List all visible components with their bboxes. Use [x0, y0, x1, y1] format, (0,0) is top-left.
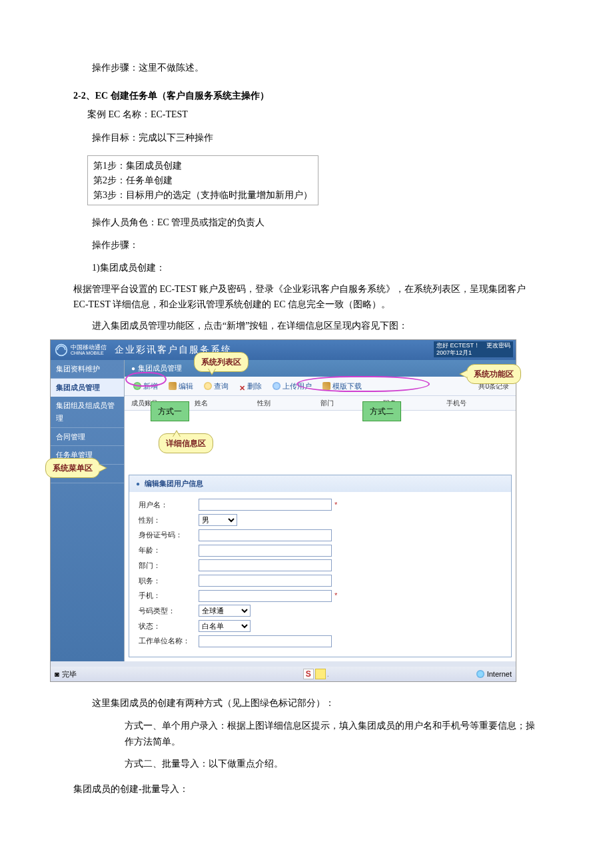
company-field[interactable] — [199, 635, 332, 647]
sogou-q-icon — [315, 669, 326, 679]
edit-button[interactable]: 编辑 — [167, 379, 195, 393]
target-line: 操作目标：完成以下三种操作 — [73, 130, 540, 146]
text-line: 操作步骤：这里不做陈述。 — [73, 60, 540, 76]
logo: 中国移动通信 CHINA MOBILE — [51, 343, 111, 357]
step-2: 第2步：任务单创建 — [93, 173, 312, 188]
search-icon — [204, 382, 212, 390]
required-mark: * — [334, 589, 337, 602]
ops-label: 操作步骤： — [73, 237, 540, 253]
search-button[interactable]: 查询 — [202, 379, 231, 393]
label-gender: 性别： — [139, 514, 199, 527]
idno-field[interactable] — [199, 529, 332, 541]
form-title: ● 编辑集团用户信息 — [129, 475, 511, 492]
toolbar: 新增 编辑 查询 ✕删除 上传用户 模版下载 共0条记录 — [125, 377, 516, 397]
status-bar: ◙ 完毕 S . Internet — [51, 667, 516, 681]
delete-button[interactable]: ✕删除 — [237, 379, 264, 393]
label-dept: 部门： — [139, 559, 199, 572]
china-mobile-logo-icon — [55, 343, 68, 357]
label-idno: 身份证号码： — [139, 529, 199, 541]
panel-title-text: 集团成员管理 — [138, 362, 182, 375]
greenbox-way1: 方式一 — [151, 401, 189, 421]
internet-icon — [476, 670, 484, 678]
step-3: 第3步：目标用户的选定（支持临时批量增加新用户） — [93, 188, 312, 203]
label-mobile: 手机： — [139, 589, 199, 602]
steps-box: 第1步：集团成员创建 第2步：任务单创建 第3步：目标用户的选定（支持临时批量增… — [87, 155, 318, 205]
callout-menu-area: 系统菜单区 — [45, 458, 100, 478]
role-line: 操作人员角色：EC 管理员或指定的负责人 — [73, 215, 540, 231]
callout-detail-area: 详细信息区 — [159, 433, 213, 453]
label-username: 用户名： — [139, 499, 199, 511]
col-gender: 性别 — [257, 397, 320, 409]
greenbox-way2: 方式二 — [362, 401, 401, 421]
header-date: 2007年12月1 — [436, 349, 472, 356]
mobile-field[interactable] — [199, 590, 332, 602]
section-title: 2-2、EC 创建任务单（客户自服务系统主操作） — [73, 88, 540, 104]
upload-user-button[interactable]: 上传用户 — [271, 379, 314, 393]
sidebar-item-groups[interactable]: 集团组及组成员管理 — [51, 397, 124, 427]
change-password-link[interactable]: 更改密码 — [486, 342, 510, 349]
step-1: 第1步：集团成员创建 — [93, 159, 312, 173]
download-icon — [322, 382, 330, 390]
paragraph-1: 根据管理平台设置的 EC-TEST 账户及密码，登录《企业彩讯客户自服务系统》，… — [73, 281, 540, 313]
delete-icon: ✕ — [239, 382, 245, 390]
label-numtype: 号码类型： — [139, 605, 199, 617]
bullet-icon: ● — [136, 480, 140, 487]
callout-list-area: 系统列表区 — [194, 352, 249, 372]
status-done: 完毕 — [62, 668, 77, 681]
add-icon — [133, 382, 141, 390]
age-field[interactable] — [199, 545, 332, 557]
logo-text-en: CHINA MOBILE — [71, 351, 107, 355]
col-name: 姓名 — [195, 397, 258, 409]
separator — [51, 661, 516, 667]
after-para-2: 集团成员的创建-批量导入： — [73, 781, 540, 797]
bullet-icon: ● — [131, 363, 135, 374]
sogou-s-icon: S — [303, 669, 314, 679]
header-right-box: 您好 ECTEST！ 更改密码 2007年12月1 — [434, 341, 513, 357]
method-2: 方式二、批量导入：以下做重点介绍。 — [73, 756, 540, 772]
step1-label: 1)集团成员创建： — [73, 260, 540, 276]
edit-icon — [169, 382, 177, 390]
callout-func-area: 系统功能区 — [466, 364, 521, 384]
logo-text-cn: 中国移动通信 — [71, 345, 107, 351]
app-header: 中国移动通信 CHINA MOBILE 企业彩讯客户自服务系统 您好 ECTES… — [51, 340, 516, 360]
dept-field[interactable] — [199, 559, 332, 571]
case-line: 案例 EC 名称：EC-TEST — [73, 107, 540, 123]
gender-select[interactable]: 男 — [199, 514, 237, 526]
greeting-text: 您好 ECTEST！ — [436, 342, 480, 349]
screenshot: 中国移动通信 CHINA MOBILE 企业彩讯客户自服务系统 您好 ECTES… — [50, 339, 516, 682]
method-1: 方式一、单个用户录入：根据上图详细信息区提示，填入集团成员的用户名和手机号等重要… — [73, 718, 540, 750]
label-job: 职务： — [139, 575, 199, 587]
form-panel: ● 编辑集团用户信息 用户名：* 性别：男 身份证号码： 年龄： 部门： 职务：… — [129, 475, 512, 657]
zone-internet: Internet — [476, 668, 512, 681]
status-done-icon: ◙ — [55, 668, 59, 681]
add-button[interactable]: 新增 — [131, 379, 160, 393]
ime-indicator: S . — [303, 668, 329, 681]
required-mark: * — [334, 499, 337, 511]
status-select[interactable]: 白名单 — [199, 620, 251, 632]
template-download-button[interactable]: 模版下载 — [320, 379, 364, 393]
job-field[interactable] — [199, 575, 332, 587]
label-status: 状态： — [139, 620, 199, 633]
username-field[interactable] — [199, 499, 332, 511]
paragraph-2: 进入集团成员管理功能区，点击“新增”按钮，在详细信息区呈现内容见下图： — [73, 318, 540, 334]
after-para-1: 这里集团成员的创建有两种方式（见上图绿色标记部分）： — [73, 695, 540, 711]
sidebar-item-members[interactable]: 集团成员管理 — [51, 379, 124, 397]
label-company: 工作单位名称： — [139, 635, 199, 647]
sidebar: 集团资料维护 集团成员管理 集团组及组成员管理 合同管理 任务单管理 统计管理 — [51, 360, 124, 661]
upload-icon — [273, 382, 281, 390]
sidebar-item-contract[interactable]: 合同管理 — [51, 428, 124, 447]
label-age: 年龄： — [139, 544, 199, 557]
sidebar-item-profile[interactable]: 集团资料维护 — [51, 360, 124, 379]
numtype-select[interactable]: 全球通 — [199, 605, 251, 617]
col-mobile: 手机号 — [446, 397, 510, 409]
